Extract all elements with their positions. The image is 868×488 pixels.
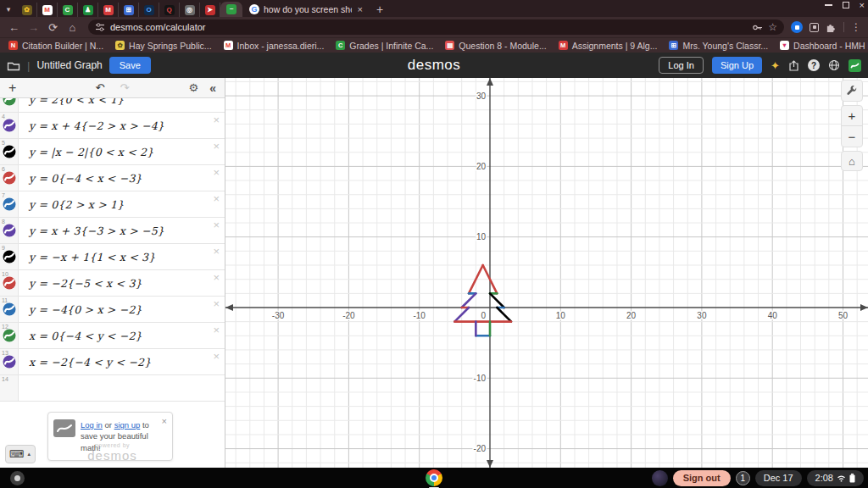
- graph-settings-wrench-button[interactable]: [841, 80, 863, 102]
- classroom-extension-icon[interactable]: [849, 59, 861, 72]
- pinned-tab-mcgraw[interactable]: M: [98, 3, 119, 17]
- zoom-in-button[interactable]: +: [842, 106, 862, 126]
- expression-color-icon[interactable]: [3, 276, 16, 293]
- expression-equation[interactable]: y = x + 4{−2 > x > −4}: [29, 119, 164, 132]
- delete-expression-icon[interactable]: ×: [213, 114, 220, 126]
- signup-link[interactable]: sign up: [114, 420, 141, 430]
- default-zoom-home-button[interactable]: ⌂: [841, 151, 863, 171]
- pinned-tab-q-app[interactable]: Q: [159, 3, 180, 17]
- expression-row-6[interactable]: 6y = 0{−4 < x < −3}×: [0, 165, 225, 191]
- pinned-tab-red-app[interactable]: ➤: [200, 3, 220, 17]
- expression-equation[interactable]: y = 0{2 > x > 1}: [29, 198, 124, 211]
- extension-box-icon[interactable]: [810, 23, 819, 32]
- expression-color-icon[interactable]: [3, 119, 16, 136]
- redo-icon[interactable]: ↷: [120, 81, 130, 94]
- expression-row-8[interactable]: 8y = x + 3{−3 > x > −5}×: [0, 218, 225, 244]
- add-expression-button[interactable]: +: [0, 80, 25, 96]
- graph-title[interactable]: Untitled Graph: [36, 59, 102, 71]
- forward-icon[interactable]: →: [25, 21, 42, 34]
- extensions-puzzle-icon[interactable]: [826, 22, 837, 33]
- expression-color-icon[interactable]: [3, 171, 16, 188]
- expression-equation[interactable]: y = x + 3{−3 > x > −5}: [29, 225, 164, 237]
- delete-expression-icon[interactable]: ×: [213, 245, 220, 258]
- delete-expression-icon[interactable]: ×: [213, 166, 220, 179]
- open-graph-folder-icon[interactable]: [7, 60, 20, 71]
- delete-expression-icon[interactable]: ×: [213, 324, 220, 336]
- date-pill[interactable]: Dec 17: [755, 470, 802, 486]
- new-tab-button[interactable]: +: [370, 2, 390, 17]
- chrome-shelf-icon[interactable]: [426, 469, 442, 488]
- restore-icon[interactable]: [843, 2, 849, 8]
- bookmark-star-icon[interactable]: ☆: [768, 21, 777, 33]
- pinned-tab-o-app[interactable]: O: [139, 3, 159, 17]
- avatar[interactable]: [652, 470, 668, 486]
- save-button[interactable]: Save: [109, 57, 151, 74]
- undo-icon[interactable]: ↶: [96, 81, 105, 94]
- expression-row-10[interactable]: 10y = −2{−5 < x < 3}×: [0, 270, 225, 297]
- expression-color-icon[interactable]: [3, 98, 16, 109]
- tab-search-button[interactable]: ▾: [0, 2, 17, 17]
- bookmark-item[interactable]: ▤Question 8 - Module...: [445, 41, 546, 51]
- pinned-tab-classlink[interactable]: C: [58, 3, 78, 17]
- delete-expression-icon[interactable]: ×: [213, 271, 220, 284]
- graph-canvas[interactable]: -30-20-101020304050302010-10-200: [225, 78, 868, 468]
- help-icon[interactable]: ?: [808, 59, 820, 71]
- delete-expression-icon[interactable]: ×: [213, 192, 220, 205]
- delete-expression-icon[interactable]: ×: [213, 297, 220, 310]
- collapse-panel-icon[interactable]: «: [209, 81, 216, 95]
- graph-area[interactable]: -30-20-101020304050302010-10-200 + − ⌂: [225, 78, 868, 468]
- expression-equation[interactable]: y = 2{0 < x < 1}: [29, 98, 124, 106]
- expression-color-icon[interactable]: [3, 197, 16, 214]
- delete-expression-icon[interactable]: ×: [213, 350, 220, 363]
- expression-color-icon[interactable]: [3, 329, 16, 346]
- expression-color-icon[interactable]: [3, 355, 16, 372]
- sign-out-button[interactable]: Sign out: [673, 470, 731, 486]
- expression-row-12[interactable]: 12x = 0{−4 < y < −2}×: [0, 323, 225, 349]
- bookmark-item[interactable]: ⊞Mrs. Young's Classr...: [669, 41, 768, 51]
- expression-equation[interactable]: x = −2{−4 < y < −2}: [29, 356, 151, 369]
- minimize-icon[interactable]: [825, 4, 832, 6]
- bookmark-item[interactable]: MInbox - janessa.dieri...: [224, 41, 325, 51]
- expression-row-7[interactable]: 7y = 0{2 > x > 1}×: [0, 191, 225, 218]
- new-features-sparkle-icon[interactable]: ✦: [771, 59, 780, 72]
- bookmark-item[interactable]: ✿Hay Springs Public...: [115, 41, 211, 51]
- expression-color-icon[interactable]: [3, 250, 16, 267]
- zoom-out-button[interactable]: −: [842, 126, 862, 147]
- login-link[interactable]: Log in: [81, 420, 103, 430]
- expression-row-9[interactable]: 9y = −x + 1{1 < x < 3}×: [0, 244, 225, 270]
- status-pill[interactable]: 2:08: [807, 470, 864, 486]
- pinned-tab-school-site[interactable]: ✿: [17, 3, 37, 17]
- expression-row-14[interactable]: 14: [0, 375, 225, 402]
- share-icon[interactable]: [788, 60, 799, 71]
- pinned-tab-people-app[interactable]: ♟: [78, 3, 98, 17]
- back-icon[interactable]: ←: [5, 21, 23, 34]
- expression-row-11[interactable]: 11y = −4{0 > x > −2}×: [0, 297, 225, 323]
- expression-row-5[interactable]: 5y = |x − 2|{0 < x < 2}×: [0, 139, 225, 165]
- callout-close-icon[interactable]: ×: [162, 416, 167, 426]
- login-button[interactable]: Log In: [659, 57, 704, 74]
- delete-expression-icon[interactable]: ×: [213, 219, 220, 231]
- bookmark-item[interactable]: ▼Dashboard - HMH Ed: [780, 41, 868, 51]
- pinned-tab-desmos[interactable]: ~: [220, 2, 242, 17]
- expression-row-4[interactable]: 4y = x + 4{−2 > x > −4}×: [0, 113, 225, 139]
- reload-icon[interactable]: ⟳: [44, 21, 62, 34]
- delete-expression-icon[interactable]: ×: [213, 140, 220, 152]
- delete-expression-icon[interactable]: ×: [213, 98, 220, 100]
- bookmark-item[interactable]: MAssignments | 9 Alg...: [559, 41, 658, 51]
- expression-equation[interactable]: y = −x + 1{1 < x < 3}: [29, 251, 155, 263]
- browser-tab-screenshot[interactable]: G how do you screen shot on cro ×: [242, 2, 370, 17]
- launcher-button[interactable]: [10, 471, 25, 485]
- close-icon[interactable]: ×: [860, 2, 865, 8]
- expression-equation[interactable]: y = |x − 2|{0 < x < 2}: [29, 146, 153, 158]
- site-info-icon[interactable]: [95, 22, 105, 32]
- graph-settings-gear-icon[interactable]: ⚙: [189, 81, 199, 95]
- password-key-icon[interactable]: [752, 22, 763, 33]
- signup-button[interactable]: Sign Up: [712, 57, 762, 74]
- keyboard-toggle-button[interactable]: ⌨ ▲: [5, 445, 36, 463]
- expression-row-3[interactable]: 3y = 2{0 < x < 1}×: [0, 98, 225, 113]
- language-globe-icon[interactable]: [828, 59, 840, 71]
- notification-badge[interactable]: 1: [736, 471, 750, 485]
- pinned-tab-grid-app[interactable]: ⊞: [119, 3, 139, 17]
- tab-close-icon[interactable]: ×: [356, 4, 364, 14]
- bookmark-item[interactable]: NCitation Builder | N...: [8, 41, 103, 51]
